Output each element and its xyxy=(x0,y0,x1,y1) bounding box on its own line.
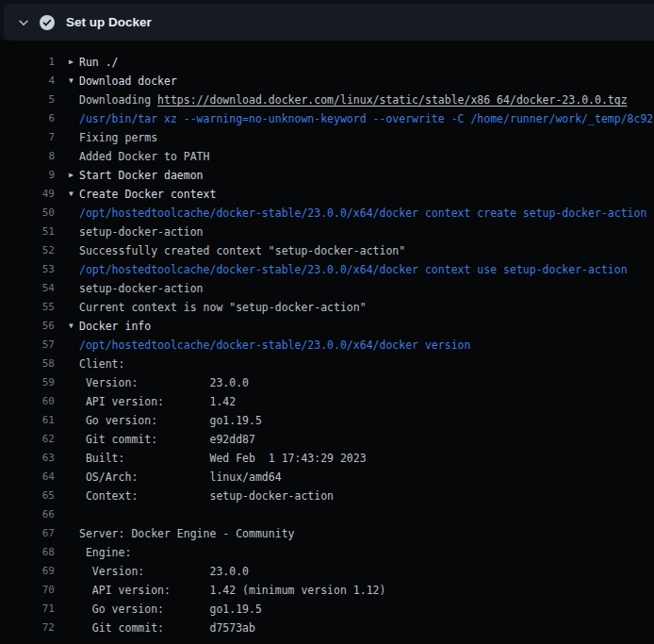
arrow-spacer xyxy=(55,91,79,109)
line-number[interactable]: 62 xyxy=(0,430,55,449)
log-row: 72 Git commit: d7573ab xyxy=(0,619,654,637)
log-segment: Git commit: d7573ab xyxy=(79,621,255,635)
line-number[interactable]: 50 xyxy=(0,204,55,223)
arrow-spacer xyxy=(55,373,79,392)
log-row: 58Client: xyxy=(0,355,654,373)
log-text[interactable]: Download docker xyxy=(79,72,654,91)
line-number[interactable]: 71 xyxy=(0,600,55,619)
log-row: 60 API version: 1.42 xyxy=(0,392,654,411)
log-text: /opt/hostedtoolcache/docker-stable/23.0.… xyxy=(79,260,654,279)
log-row: 1▶Run ./ xyxy=(0,53,654,72)
line-number[interactable]: 51 xyxy=(0,223,55,241)
log-text: Engine: xyxy=(79,543,654,562)
line-number[interactable]: 66 xyxy=(0,505,55,524)
collapse-arrow-icon[interactable]: ▼ xyxy=(55,72,79,91)
line-number[interactable]: 53 xyxy=(0,260,55,279)
line-number[interactable]: 8 xyxy=(0,147,55,166)
line-number[interactable]: 55 xyxy=(0,298,55,317)
log-row: 53/opt/hostedtoolcache/docker-stable/23.… xyxy=(0,260,654,279)
arrow-spacer xyxy=(55,619,79,637)
line-number[interactable]: 64 xyxy=(0,468,55,487)
line-number[interactable]: 1 xyxy=(0,53,55,72)
log-text[interactable]: Create Docker context xyxy=(79,185,654,204)
log-segment: API version: 1.42 (minimum version 1.12) xyxy=(79,584,385,597)
line-number[interactable]: 69 xyxy=(0,562,55,581)
line-number[interactable]: 58 xyxy=(0,355,55,373)
line-number[interactable]: 54 xyxy=(0,279,55,298)
line-number[interactable]: 60 xyxy=(0,392,55,411)
chevron-down-icon[interactable] xyxy=(16,15,31,30)
log-text xyxy=(79,505,654,524)
log-segment: OS/Arch: linux/amd64 xyxy=(79,471,282,484)
line-number[interactable]: 67 xyxy=(0,524,55,543)
log-row: 57/opt/hostedtoolcache/docker-stable/23.… xyxy=(0,336,654,355)
log-row: 54setup-docker-action xyxy=(0,279,654,298)
log-text: /usr/bin/tar xz --warning=no-unknown-key… xyxy=(79,109,654,128)
log-text: Context: setup-docker-action xyxy=(79,487,654,505)
log-row: 56▼Docker info xyxy=(0,317,654,336)
collapse-arrow-icon[interactable]: ▼ xyxy=(55,317,79,336)
line-number[interactable]: 65 xyxy=(0,487,55,505)
log-row: 61 Go version: go1.19.5 xyxy=(0,411,654,430)
log-link[interactable]: https://download.docker.com/linux/static… xyxy=(157,93,628,107)
arrow-spacer xyxy=(55,355,79,373)
log-text[interactable]: Run ./ xyxy=(79,53,654,72)
line-number[interactable]: 56 xyxy=(0,317,55,336)
line-number[interactable]: 5 xyxy=(0,91,55,109)
log-row: 8Added Docker to PATH xyxy=(0,147,654,166)
log-row: 65 Context: setup-docker-action xyxy=(0,487,654,505)
expand-arrow-icon[interactable]: ▶ xyxy=(55,53,79,72)
line-number[interactable]: 68 xyxy=(0,543,55,562)
arrow-spacer xyxy=(55,109,79,128)
log-row: 67Server: Docker Engine - Community xyxy=(0,524,654,543)
line-number[interactable]: 63 xyxy=(0,449,55,468)
log-text: setup-docker-action xyxy=(79,223,654,241)
log-row: 52Successfully created context "setup-do… xyxy=(0,241,654,260)
log-segment: Docker info xyxy=(79,320,151,333)
log-rows: 1▶Run ./4▼Download docker5Downloading ht… xyxy=(0,53,654,637)
line-number[interactable]: 57 xyxy=(0,336,55,355)
log-segment: Server: Docker Engine - Community xyxy=(79,527,294,540)
line-number[interactable]: 6 xyxy=(0,109,55,128)
log-text: Git commit: e92dd87 xyxy=(79,430,654,449)
log-row: 4▼Download docker xyxy=(0,72,654,91)
log-segment: Context: setup-docker-action xyxy=(79,489,334,503)
log-segment: Git commit: e92dd87 xyxy=(79,433,255,446)
log-text: Current context is now "setup-docker-act… xyxy=(79,298,654,317)
line-number[interactable]: 49 xyxy=(0,185,55,204)
line-number[interactable]: 7 xyxy=(0,128,55,147)
line-number[interactable]: 9 xyxy=(0,166,55,185)
line-number[interactable]: 4 xyxy=(0,72,55,91)
expand-arrow-icon[interactable]: ▶ xyxy=(55,166,79,185)
log-segment: /opt/hostedtoolcache/docker-stable/23.0.… xyxy=(79,263,628,276)
arrow-spacer xyxy=(55,600,79,619)
log-text: API version: 1.42 (minimum version 1.12) xyxy=(79,581,654,600)
log-row: 68 Engine: xyxy=(0,543,654,562)
log-segment: Successfully created context "setup-dock… xyxy=(79,244,405,257)
log-text: Version: 23.0.0 xyxy=(79,373,654,392)
log-text[interactable]: Start Docker daemon xyxy=(79,166,654,185)
log-container: 1▶Run ./4▼Download docker5Downloading ht… xyxy=(0,41,654,644)
log-text: Go version: go1.19.5 xyxy=(79,411,654,430)
arrow-spacer xyxy=(55,241,79,260)
line-number[interactable]: 59 xyxy=(0,373,55,392)
collapse-arrow-icon[interactable]: ▼ xyxy=(55,185,79,204)
arrow-spacer xyxy=(55,336,79,355)
log-segment: Start Docker daemon xyxy=(79,169,204,182)
log-text: Built: Wed Feb 1 17:43:29 2023 xyxy=(79,449,654,468)
log-segment: setup-docker-action xyxy=(79,282,204,295)
arrow-spacer xyxy=(55,147,79,166)
step-title: Set up Docker xyxy=(66,15,152,29)
log-row: 51setup-docker-action xyxy=(0,223,654,241)
line-number[interactable]: 52 xyxy=(0,241,55,260)
step-header[interactable]: Set up Docker xyxy=(4,4,654,41)
line-number[interactable]: 72 xyxy=(0,619,55,637)
log-row: 71 Go version: go1.19.5 xyxy=(0,600,654,619)
line-number[interactable]: 61 xyxy=(0,411,55,430)
log-segment: API version: 1.42 xyxy=(79,395,236,408)
log-segment: Version: 23.0.0 xyxy=(79,376,249,389)
log-text[interactable]: Docker info xyxy=(79,317,654,336)
log-text: Version: 23.0.0 xyxy=(79,562,654,581)
log-text: /opt/hostedtoolcache/docker-stable/23.0.… xyxy=(79,204,654,223)
line-number[interactable]: 70 xyxy=(0,581,55,600)
